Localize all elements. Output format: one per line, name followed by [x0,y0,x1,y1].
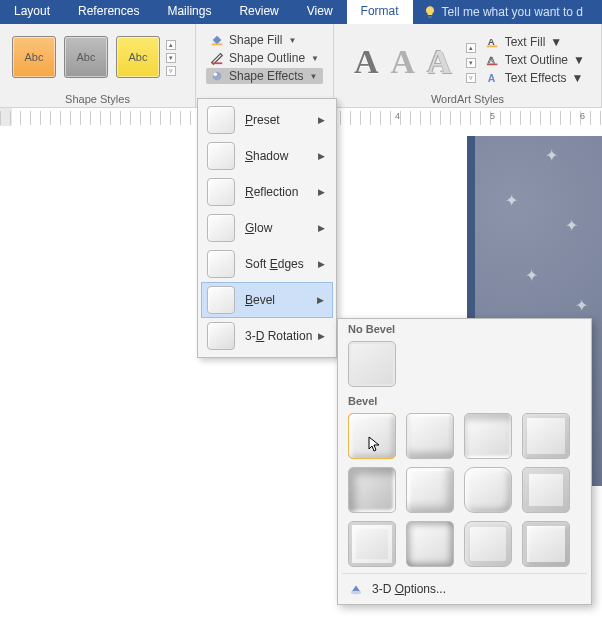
shape-style-swatch-2[interactable]: Abc [64,36,108,78]
bevel-submenu: No Bevel Bevel 3-D Options... [337,318,592,605]
shape-effects-label: Shape Effects [229,69,304,83]
svg-text:A: A [487,72,495,84]
tell-me-text: Tell me what you want to d [442,5,583,19]
group-label-wordart: WordArt Styles [340,92,595,105]
ribbon-tabs: Layout References Mailings Review View F… [0,0,602,24]
gallery-down-icon[interactable]: ▾ [166,53,176,63]
menu-item-shadow[interactable]: Shadow ▶ [201,138,333,174]
bevel-3d-options[interactable]: 3-D Options... [338,576,591,600]
pen-outline-icon [210,51,224,65]
wordart-swatch-2[interactable]: A [391,43,416,81]
menu-item-bevel[interactable]: Bevel ▶ [201,282,333,318]
text-effects-button[interactable]: A Text Effects▼ [484,70,587,86]
wordart-up-icon[interactable]: ▴ [466,43,476,53]
svg-point-9 [351,591,362,595]
tab-layout[interactable]: Layout [0,0,64,24]
menu-item-3d-rotation[interactable]: 3-D Rotation ▶ [201,318,333,354]
text-outline-icon: A [486,53,500,67]
star-icon: ✦ [505,191,518,210]
reflection-icon [207,178,235,206]
tab-review[interactable]: Review [225,0,292,24]
shape-style-gallery[interactable]: Abc Abc Abc [6,28,162,78]
shape-outline-label: Shape Outline [229,51,305,65]
text-fill-icon: A [486,35,500,49]
submenu-arrow-icon: ▶ [318,259,325,269]
tab-references[interactable]: References [64,0,153,24]
menu-item-preset[interactable]: Preset ▶ [201,102,333,138]
tab-format[interactable]: Format [347,0,413,24]
star-icon: ✦ [545,146,558,165]
cursor-icon [367,436,383,452]
wordart-more-icon[interactable]: ▿ [466,73,476,83]
svg-rect-0 [212,44,223,46]
group-shape-styles: Abc Abc Abc ▴ ▾ ▿ Shape Styles [0,24,196,107]
tab-mailings[interactable]: Mailings [153,0,225,24]
options-3d-icon [348,582,364,596]
submenu-arrow-icon: ▶ [318,331,325,341]
text-fill-button[interactable]: A Text Fill▼ [484,34,587,50]
shape-fill-button[interactable]: Shape Fill▼ [206,32,323,48]
bevel-option-5[interactable] [348,467,396,513]
bevel-icon [207,286,235,314]
submenu-arrow-icon: ▶ [317,295,324,305]
bevel-option-2[interactable] [406,413,454,459]
group-label-shapes: Shape Styles [6,92,189,105]
bevel-option-none[interactable] [348,341,396,387]
shape-outline-button[interactable]: Shape Outline▼ [206,50,323,66]
shape-effects-menu: Preset ▶ Shadow ▶ Reflection ▶ Glow ▶ So… [197,98,337,358]
shape-fill-label: Shape Fill [229,33,282,47]
menu-item-soft-edges[interactable]: Soft Edges ▶ [201,246,333,282]
svg-point-3 [214,73,218,77]
shape-effects-button[interactable]: Shape Effects▼ [206,68,323,84]
bevel-option-1[interactable] [348,413,396,459]
bevel-header-bevel: Bevel [338,391,591,409]
ribbon: Abc Abc Abc ▴ ▾ ▿ Shape Styles Shape Fil… [0,24,602,108]
separator [342,573,587,574]
effects-icon [210,69,224,83]
submenu-arrow-icon: ▶ [318,151,325,161]
bevel-option-3[interactable] [464,413,512,459]
ruler-mark-6: 6 [580,111,585,121]
bevel-option-10[interactable] [406,521,454,567]
wordart-gallery[interactable]: A A A [340,28,462,86]
shape-style-swatch-1[interactable]: Abc [12,36,56,78]
group-wordart-styles: A A A ▴ ▾ ▿ A Text Fill▼ A Text Outline▼ [334,24,602,107]
bevel-option-9[interactable] [348,521,396,567]
submenu-arrow-icon: ▶ [318,187,325,197]
ruler-mark-4: 4 [395,111,400,121]
tell-me-search[interactable]: Tell me what you want to d [413,0,583,24]
bevel-option-11[interactable] [464,521,512,567]
text-outline-label: Text Outline [505,53,568,67]
wordart-swatch-3[interactable]: A [427,43,452,81]
text-fill-label: Text Fill [505,35,546,49]
wordart-swatch-1[interactable]: A [354,43,379,81]
text-effects-label: Text Effects [505,71,567,85]
shadow-icon [207,142,235,170]
wordart-scroll[interactable]: ▴ ▾ ▿ [464,28,478,86]
svg-point-2 [213,72,222,81]
gallery-up-icon[interactable]: ▴ [166,40,176,50]
shape-style-swatch-3[interactable]: Abc [116,36,160,78]
text-effects-icon: A [486,71,500,85]
submenu-arrow-icon: ▶ [318,223,325,233]
bevel-option-6[interactable] [406,467,454,513]
bevel-option-12[interactable] [522,521,570,567]
bevel-option-4[interactable] [522,413,570,459]
glow-icon [207,214,235,242]
star-icon: ✦ [575,296,588,315]
bevel-option-8[interactable] [522,467,570,513]
bevel-option-7[interactable] [464,467,512,513]
svg-rect-1 [212,62,223,64]
wordart-down-icon[interactable]: ▾ [466,58,476,68]
gallery-scroll[interactable]: ▴ ▾ ▿ [164,28,178,78]
text-outline-button[interactable]: A Text Outline▼ [484,52,587,68]
menu-item-glow[interactable]: Glow ▶ [201,210,333,246]
star-icon: ✦ [525,266,538,285]
svg-text:A: A [487,54,494,65]
svg-rect-5 [487,46,498,48]
svg-rect-7 [487,64,498,66]
submenu-arrow-icon: ▶ [318,115,325,125]
menu-item-reflection[interactable]: Reflection ▶ [201,174,333,210]
gallery-more-icon[interactable]: ▿ [166,66,176,76]
tab-view[interactable]: View [293,0,347,24]
